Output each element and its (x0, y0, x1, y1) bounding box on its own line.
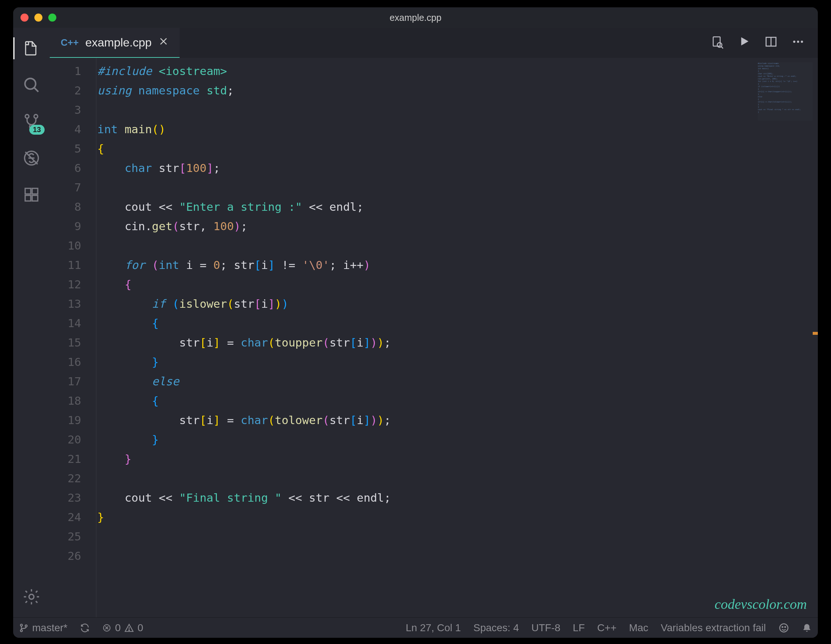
status-bar: master* 0 0 Ln 27, Col 1 Spaces: 4 UTF-8… (13, 617, 818, 638)
svg-point-3 (34, 115, 38, 118)
svg-point-20 (797, 41, 799, 43)
sync-icon[interactable] (80, 623, 90, 633)
svg-point-23 (21, 630, 22, 631)
code-area[interactable]: #include <iostream>using namespace std; … (96, 58, 818, 617)
svg-point-24 (25, 625, 27, 626)
body: 13 C++ example.cpp (13, 28, 818, 617)
indentation[interactable]: Spaces: 4 (473, 622, 519, 634)
titlebar: example.cpp (13, 7, 818, 28)
svg-rect-9 (32, 195, 38, 201)
svg-point-2 (25, 115, 29, 118)
debug-icon[interactable] (21, 148, 42, 168)
activity-bar: 13 (13, 28, 50, 617)
editor-actions (697, 35, 818, 51)
minimize-window-button[interactable] (34, 14, 43, 22)
svg-rect-10 (32, 188, 38, 194)
close-window-button[interactable] (21, 14, 29, 22)
traffic-lights (21, 14, 56, 22)
eol[interactable]: LF (573, 622, 585, 634)
svg-line-1 (34, 88, 38, 92)
window: example.cpp 13 (13, 7, 818, 638)
settings-gear-icon[interactable] (21, 587, 42, 607)
svg-point-30 (780, 623, 788, 632)
svg-rect-8 (25, 195, 31, 201)
tab-example-cpp[interactable]: C++ example.cpp (50, 28, 180, 58)
svg-point-29 (129, 630, 129, 630)
explorer-icon[interactable] (21, 38, 42, 59)
svg-point-31 (782, 626, 783, 628)
split-editor-icon[interactable] (764, 35, 778, 51)
source-control-icon[interactable]: 13 (21, 111, 42, 132)
svg-point-21 (801, 41, 803, 43)
svg-point-32 (785, 626, 786, 628)
branch-indicator[interactable]: master* (19, 622, 67, 634)
svg-line-16 (721, 47, 723, 49)
tab-language-badge: C++ (61, 37, 79, 48)
problems-indicator[interactable]: 0 0 (102, 622, 143, 634)
os-indicator[interactable]: Mac (629, 622, 648, 634)
source-control-badge: 13 (29, 125, 45, 135)
svg-point-11 (29, 594, 33, 599)
editor-group: C++ example.cpp (50, 28, 818, 617)
cursor-position[interactable]: Ln 27, Col 1 (406, 622, 461, 634)
editor[interactable]: 1234567891011121314151617181920212223242… (50, 58, 818, 617)
run-icon[interactable] (738, 35, 751, 51)
more-actions-icon[interactable] (791, 35, 805, 51)
search-icon[interactable] (21, 75, 42, 95)
svg-rect-7 (25, 188, 31, 194)
window-title: example.cpp (13, 13, 818, 23)
encoding[interactable]: UTF-8 (532, 622, 560, 634)
svg-rect-14 (713, 37, 720, 46)
extensions-icon[interactable] (21, 185, 42, 205)
svg-point-22 (21, 624, 22, 626)
line-number-gutter: 1234567891011121314151617181920212223242… (50, 58, 96, 617)
status-message[interactable]: Variables extraction fail (661, 622, 766, 634)
notifications-bell-icon[interactable] (802, 623, 812, 633)
tab-title: example.cpp (85, 36, 151, 49)
maximize-window-button[interactable] (48, 14, 56, 22)
language-mode[interactable]: C++ (597, 622, 617, 634)
watermark: codevscolor.com (715, 596, 807, 612)
scroll-marker (813, 332, 818, 335)
find-in-file-icon[interactable] (710, 35, 724, 51)
feedback-smiley-icon[interactable] (778, 622, 789, 633)
svg-point-0 (25, 78, 35, 89)
svg-point-19 (793, 41, 796, 43)
tab-bar: C++ example.cpp (50, 28, 818, 58)
tab-close-icon[interactable] (158, 36, 169, 49)
